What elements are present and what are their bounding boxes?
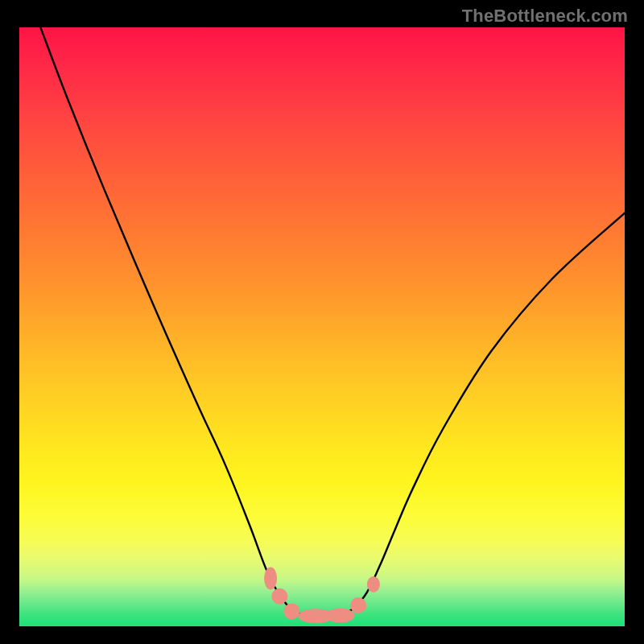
- marker-group: [264, 567, 380, 623]
- watermark-text: TheBottleneck.com: [462, 6, 628, 27]
- bottleneck-curve-line: [40, 27, 625, 617]
- chart-container: TheBottleneck.com: [0, 0, 644, 644]
- marker-dot: [367, 576, 380, 592]
- marker-dot: [350, 597, 366, 613]
- marker-dot: [264, 567, 277, 589]
- marker-dot: [326, 609, 355, 623]
- plot-area: [19, 27, 625, 626]
- curve-svg: [19, 27, 625, 626]
- marker-dot: [283, 603, 299, 619]
- marker-dot: [271, 588, 287, 605]
